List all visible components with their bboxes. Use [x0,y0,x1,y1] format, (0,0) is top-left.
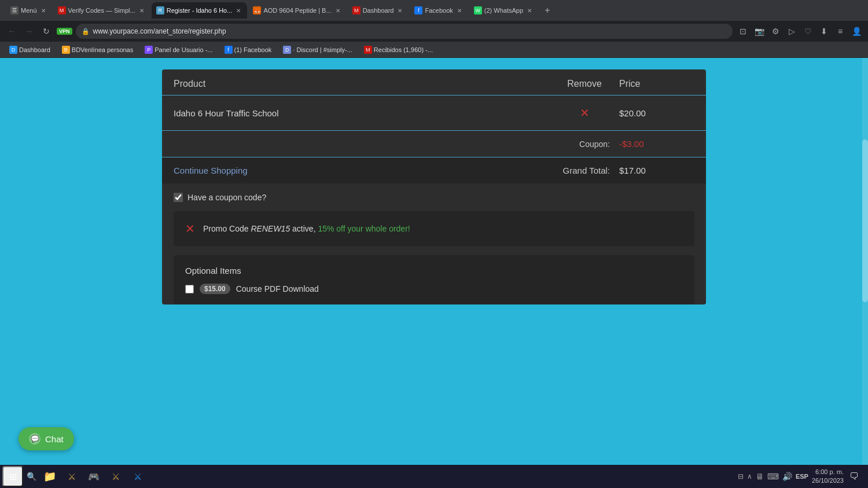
tab-dashboard[interactable]: M Dashboard ✕ [348,2,409,19]
tab-menu-title: Menú [21,7,37,14]
continue-shopping-link[interactable]: Continue Shopping [174,166,563,175]
nav-bar: ← → ↻ VPN 🔒 www.yourpace.com/anet_store/… [0,21,868,42]
bookmark-panel-favicon: P [145,46,153,54]
language-indicator: ESP [796,473,808,480]
clock-date: 26/10/2023 [812,476,844,485]
tab-whatsapp-close[interactable]: ✕ [525,6,534,14]
tab-whatsapp[interactable]: W (2) WhatsApp ✕ [469,2,538,19]
back-button[interactable]: ← [5,24,19,38]
chat-button-label: Chat [45,434,64,444]
tab-aod[interactable]: 🦊 AOD 9604 Peptide | B... ✕ [248,2,346,19]
optional-items-box: Optional Items $15.00 Course PDF Downloa… [174,255,694,304]
coupon-label: Coupon: [579,140,610,149]
forward-button[interactable]: → [22,24,36,38]
start-icon: ⊞ [9,471,17,482]
order-item-row: Idaho 6 Hour Traffic School ✕ $20.00 [162,96,706,131]
header-product: Product [174,79,550,89]
optional-title: Optional Items [185,266,683,276]
taskbar: ⊞ 🔍 📁 ⚔ 🎮 ⚔ ⚔ ⊟ ∧ 🖥 ⌨ 🔊 ESP 6:00 p. m. 2… [0,465,868,488]
header-remove: Remove [550,79,619,89]
new-tab-button[interactable]: + [539,2,556,19]
tab-facebook-close[interactable]: ✕ [455,6,464,14]
optional-item-checkbox[interactable] [185,285,194,293]
promo-x-icon: ✕ [185,222,195,236]
vpn-badge[interactable]: VPN [57,28,72,35]
bookmark-gmail-favicon: M [364,46,372,54]
app1-icon: ⚔ [68,471,76,482]
menu-button[interactable]: ≡ [833,24,847,38]
coupon-row: Coupon: -$3.00 [162,131,706,157]
taskbar-search[interactable]: 🔍 [24,466,38,487]
tab-verify-close[interactable]: ✕ [138,6,146,14]
tab-verify-title: Verify Codes — Simpl... [68,7,135,14]
bookmark-dashboard[interactable]: D Dashboard [5,45,55,55]
taskbar-explorer[interactable]: 📁 [39,466,60,487]
screen-capture-button[interactable]: ⊡ [736,24,750,38]
order-panel: Product Remove Price Idaho 6 Hour Traffi… [162,69,706,304]
download-button[interactable]: ⬇ [817,24,831,38]
taskbar-app4[interactable]: ⚔ [127,466,148,487]
bookmark-bdvlinea[interactable]: B BDVenlínea personas [57,45,138,55]
screenshot-button[interactable]: 📷 [752,24,766,38]
coupon-checkbox[interactable] [174,193,183,202]
taskbar-app2[interactable]: 🎮 [83,466,104,487]
bookmark-bdvlinea-favicon: B [62,46,70,54]
reload-button[interactable]: ↻ [39,24,53,38]
bookmark-facebook[interactable]: f (1) Facebook [220,45,277,55]
scrollbar-thumb[interactable] [862,140,868,302]
tab-menu[interactable]: ☰ Menú ✕ [6,2,52,19]
bookmark-bdvlinea-label: BDVenlínea personas [72,46,133,53]
start-button[interactable]: ⊞ [2,466,23,487]
remove-item-button[interactable]: ✕ [580,106,590,120]
bookmarks-bar: D Dashboard B BDVenlínea personas P Pane… [0,42,868,58]
taskbar-app3[interactable]: ⚔ [105,466,126,487]
scrollbar[interactable] [862,58,868,465]
item-name: Idaho 6 Hour Traffic School [174,108,550,118]
tab-aod-title: AOD 9604 Peptide | B... [263,7,331,14]
grand-total-label: Grand Total: [563,166,610,175]
extension-btn[interactable]: ⚙ [768,24,782,38]
app3-icon: ⚔ [112,471,120,482]
optional-item: $15.00 Course PDF Download [185,284,683,294]
item-remove-cell: ✕ [550,106,619,120]
app4-icon: ⚔ [134,471,142,482]
tab-dashboard-title: Dashboard [363,7,394,14]
address-bar[interactable]: 🔒 www.yourpace.com/anet_store/register.p… [76,24,733,39]
promo-text: Promo Code RENEW15 active, 15% off your … [203,224,410,233]
address-text: www.yourpace.com/anet_store/register.php [93,27,226,35]
tab-register-close[interactable]: ✕ [234,6,242,14]
bookmark-gmail[interactable]: M Recibidos (1,960) -... [359,45,437,55]
coupon-checkbox-label: Have a coupon code? [187,193,266,202]
bookmark-discord[interactable]: D · Discord | #simply-... [278,45,357,55]
notification-up-icon: ∧ [747,472,752,480]
bookmark-panel[interactable]: P Panel de Usuario -... [140,45,217,55]
promo-text-before: Promo Code [203,224,251,233]
tab-register[interactable]: R Register - Idaho 6 Ho... ✕ [152,2,248,19]
taskbar-indicator-icon: ⊟ [738,472,744,480]
tab-whatsapp-title: (2) WhatsApp [484,7,523,14]
tab-facebook-favicon: f [414,6,422,14]
total-row: Continue Shopping Grand Total: $17.00 [162,157,706,184]
optional-item-price-badge: $15.00 [200,284,230,294]
taskbar-app1[interactable]: ⚔ [61,466,82,487]
tab-facebook[interactable]: f Facebook ✕ [410,2,468,19]
tab-aod-close[interactable]: ✕ [334,6,342,14]
chat-icon: 💬 [29,433,41,445]
share-button[interactable]: ▷ [785,24,799,38]
table-header: Product Remove Price [162,69,706,96]
profile-button[interactable]: 👤 [849,24,863,38]
bookmark-button[interactable]: ♡ [801,24,815,38]
notification-icon: 🗨 [849,471,859,482]
chat-button[interactable]: 💬 Chat [19,427,74,450]
browser-chrome: ☰ Menú ✕ M Verify Codes — Simpl... ✕ R R… [0,0,868,58]
tab-dashboard-close[interactable]: ✕ [396,6,404,14]
tab-whatsapp-favicon: W [474,6,482,14]
tab-menu-close[interactable]: ✕ [39,6,47,14]
clock-time: 6:00 p. m. [812,468,844,476]
taskbar-notify-button[interactable]: 🗨 [847,469,861,483]
lock-icon: 🔒 [82,28,90,35]
tab-verify[interactable]: M Verify Codes — Simpl... ✕ [53,2,150,19]
keyboard-icon: ⌨ [767,472,779,481]
bookmark-dashboard-favicon: D [9,46,17,54]
promo-code: RENEW15 [251,224,290,233]
